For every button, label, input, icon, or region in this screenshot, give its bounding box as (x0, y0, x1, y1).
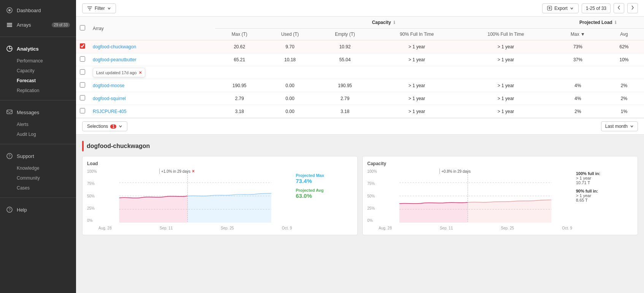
dashboard-label: Dashboard (17, 8, 41, 13)
row-full100: > 1 year (460, 79, 552, 92)
row-proj_max (552, 66, 604, 79)
sidebar-sub-alerts[interactable]: Alerts (0, 119, 76, 129)
analytics-icon (6, 45, 13, 52)
row-checkbox[interactable] (80, 95, 85, 100)
th-100full: 100% Full In Time (460, 29, 552, 40)
sidebar-sub-forecast[interactable]: Forecast (0, 76, 76, 86)
row-proj_avg: 62% (604, 40, 644, 53)
row-proj_max: 2% (552, 105, 604, 118)
table-row: dogfood-squirrel2.790.002.79> 1 year> 1 … (76, 92, 644, 105)
table-row: RSJCPURE-4053.180.003.18> 1 year> 1 year… (76, 105, 644, 118)
projected-avg-legend: Projected Avg 63.0% (296, 188, 353, 199)
array-name-title: dogfood-chuckwagon (87, 143, 150, 150)
sidebar-sub-community[interactable]: Community (0, 173, 76, 183)
export-label: Export (554, 6, 568, 11)
time-label: Last month (605, 124, 628, 129)
sidebar-item-arrays[interactable]: Arrays 29 of 33 (0, 18, 76, 32)
pagination-next[interactable] (627, 3, 638, 13)
row-empty: 3.18 (316, 105, 374, 118)
row-max: 65.21 (215, 53, 263, 66)
selections-bar: Selections 1 Last month (76, 118, 644, 135)
row-full100: > 1 year (460, 53, 552, 66)
row-proj_max: 4% (552, 92, 604, 105)
row-checkbox-cell (76, 53, 89, 66)
row-checkbox-cell (76, 92, 89, 105)
row-checkbox[interactable] (80, 108, 85, 113)
row-checkbox-cell (76, 66, 89, 79)
analytics-label: Analytics (17, 46, 39, 52)
row-checkbox[interactable] (80, 69, 85, 75)
array-name-link[interactable]: dogfood-moose (93, 83, 124, 88)
table-row: dogfood-moose190.950.00190.95> 1 year> 1… (76, 79, 644, 92)
capacity-chart-svg-wrapper: +0.8% in 29 days (379, 169, 572, 223)
full-100-legend: 100% full in: > 1 year 10.71 T (576, 171, 633, 185)
sidebar-sub-audit-log[interactable]: Audit Log (0, 129, 76, 139)
row-empty: 2.79 (316, 92, 374, 105)
row-checkbox-cell (76, 79, 89, 92)
load-x-labels: Aug. 28 Sep. 11 Sep. 25 Oct. 9 (98, 226, 292, 230)
toolbar: Filter Export 1-25 of 33 (76, 0, 644, 17)
sidebar-item-dashboard[interactable]: Dashboard (0, 3, 76, 18)
array-name-link[interactable]: dogfood-squirrel (93, 96, 126, 101)
svg-point-1 (8, 9, 11, 11)
row-full90: > 1 year (374, 53, 460, 66)
sidebar-sub-cases[interactable]: Cases (0, 183, 76, 193)
sidebar-item-analytics[interactable]: Analytics (0, 41, 76, 56)
table-row: puredemo1Last updated 17d ago× (76, 66, 644, 79)
array-accent-bar (82, 141, 84, 151)
sidebar-sub-capacity[interactable]: Capacity (0, 66, 76, 76)
array-name-link[interactable]: dogfood-chuckwagon (93, 44, 136, 49)
capacity-chart-legend: 100% full in: > 1 year 10.71 T 90% full … (576, 171, 633, 202)
forecast-table: Array Capacity ℹ Projected Load ℹ Max (T… (76, 17, 644, 118)
sidebar-item-support[interactable]: ? Support (0, 149, 76, 163)
pagination-prev[interactable] (614, 3, 624, 13)
row-checkbox[interactable] (80, 82, 85, 88)
th-proj-max[interactable]: Max ▼ (552, 29, 604, 40)
svg-rect-3 (7, 24, 12, 25)
row-checkbox[interactable] (80, 56, 85, 62)
array-name-link[interactable]: dogfood-peanutbutter (93, 57, 136, 62)
capacity-y-labels: 100% 75% 50% 25% 0% (367, 169, 379, 223)
arrays-badge: 29 of 33 (52, 22, 70, 27)
select-all-checkbox[interactable] (80, 25, 85, 30)
row-empty: 10.92 (316, 40, 374, 53)
sidebar-item-messages[interactable]: Messages (0, 105, 76, 119)
sidebar-sub-replication[interactable]: Replication (0, 86, 76, 96)
row-proj_avg: 1% (604, 105, 644, 118)
row-proj_max: 73% (552, 40, 604, 53)
sidebar-sub-performance[interactable]: Performance (0, 56, 76, 66)
annotation-close[interactable]: × (192, 169, 195, 174)
load-chart-area: +1.0% in 29 days × (87, 169, 353, 230)
capacity-x-labels: Aug. 28 Sep. 11 Sep. 25 Oct. 9 (379, 226, 572, 230)
selections-button[interactable]: Selections 1 (82, 121, 127, 131)
row-array-name: dogfood-moose (89, 79, 215, 92)
pagination-info: 1-25 of 33 (582, 3, 611, 13)
filter-button[interactable]: Filter (82, 3, 116, 13)
row-proj_avg: 2% (604, 79, 644, 92)
row-used: 0.00 (264, 92, 316, 105)
time-period-select[interactable]: Last month (601, 121, 638, 131)
row-empty: 190.95 (316, 79, 374, 92)
export-button[interactable]: Export (542, 3, 579, 13)
sidebar-sub-knowledge[interactable]: Knowledge (0, 163, 76, 173)
capacity-info-icon[interactable]: ℹ (393, 20, 395, 25)
help-icon: ? (6, 206, 13, 213)
row-used: 0.00 (264, 105, 316, 118)
row-proj_avg: 10% (604, 53, 644, 66)
projected-info-icon[interactable]: ℹ (615, 20, 616, 25)
main-content: Filter Export 1-25 of 33 (76, 0, 644, 293)
th-checkbox (76, 17, 89, 40)
row-array-name: dogfood-peanutbutter (89, 53, 215, 66)
tooltip-close[interactable]: × (139, 70, 142, 75)
sidebar-item-help[interactable]: ? Help (0, 202, 76, 217)
row-full90 (374, 66, 460, 79)
array-name-link[interactable]: RSJCPURE-405 (93, 109, 127, 114)
load-chart-card: Load +1.0% in 29 days × (82, 156, 358, 235)
table-row: dogfood-chuckwagon20.629.7010.92> 1 year… (76, 40, 644, 53)
row-full90: > 1 year (374, 79, 460, 92)
row-checkbox-cell (76, 105, 89, 118)
row-used: 10.18 (264, 53, 316, 66)
row-checkbox[interactable] (80, 43, 85, 49)
array-title-bar: dogfood-chuckwagon (82, 141, 638, 151)
row-full100 (460, 66, 552, 79)
